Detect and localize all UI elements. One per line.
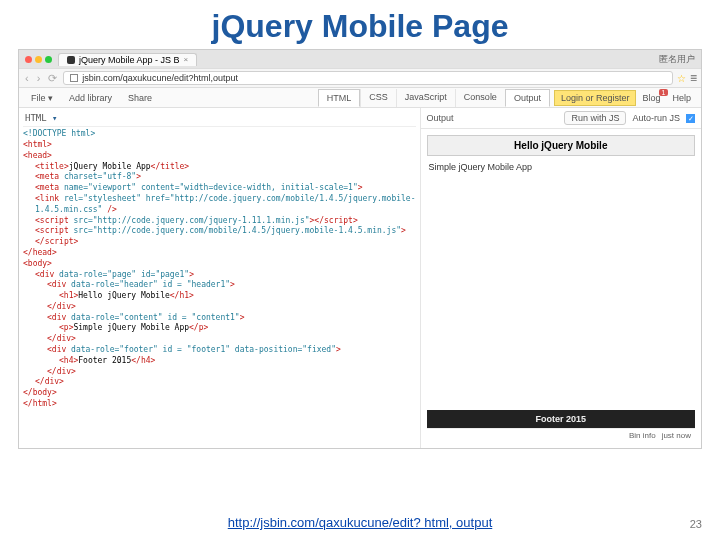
tab-js[interactable]: JavaScript (396, 89, 455, 107)
code-content[interactable]: <!DOCTYPE html><html><head><title>jQuery… (23, 129, 416, 410)
url-input[interactable]: jsbin.com/qaxukucune/edit?html,output (63, 71, 673, 85)
bin-info-link[interactable]: Bin info (629, 431, 656, 440)
jsbin-app: File ▾ Add library Share HTML CSS JavaSc… (19, 88, 701, 448)
chrome-profile-label[interactable]: 匿名用户 (659, 53, 701, 66)
blog-label: Blog (642, 93, 660, 103)
nav-back-icon[interactable]: ‹ (23, 72, 31, 84)
chrome-menu-icon[interactable]: ≡ (690, 71, 697, 85)
blog-badge: 1 (659, 89, 669, 96)
tab-html[interactable]: HTML (318, 89, 361, 107)
tab-console[interactable]: Console (455, 89, 505, 107)
help-link[interactable]: Help (666, 93, 697, 103)
preview-footer: Footer 2015 (427, 410, 695, 428)
html-editor[interactable]: HTML ▾ <!DOCTYPE html><html><head><title… (19, 108, 421, 448)
slide-title: jQuery Mobile Page (0, 0, 720, 49)
auto-run-checkbox[interactable]: ✓ (686, 114, 695, 123)
preview-body-text: Simple jQuery Mobile App (427, 156, 695, 178)
jsbin-toolbar: File ▾ Add library Share HTML CSS JavaSc… (19, 88, 701, 108)
browser-url-bar: ‹ › ⟳ jsbin.com/qaxukucune/edit?html,out… (19, 68, 701, 88)
preview-header: Hello jQuery Mobile (427, 135, 695, 156)
browser-tab[interactable]: jQuery Mobile App - JS B × (58, 53, 197, 66)
add-library-button[interactable]: Add library (61, 93, 120, 103)
bin-timestamp: just now (662, 431, 691, 440)
chevron-down-icon[interactable]: ▾ (52, 113, 57, 123)
browser-tabbar: jQuery Mobile App - JS B × 匿名用户 (19, 50, 701, 68)
nav-reload-icon[interactable]: ⟳ (46, 72, 59, 85)
file-menu[interactable]: File ▾ (23, 93, 61, 103)
preview-frame: Hello jQuery Mobile Simple jQuery Mobile… (421, 129, 701, 448)
output-label: Output (427, 113, 454, 123)
share-button[interactable]: Share (120, 93, 160, 103)
browser-window: jQuery Mobile App - JS B × 匿名用户 ‹ › ⟳ js… (18, 49, 702, 449)
jsbin-panels: HTML ▾ <!DOCTYPE html><html><head><title… (19, 108, 701, 448)
tab-output[interactable]: Output (505, 89, 550, 107)
login-button[interactable]: Login or Register (554, 90, 637, 106)
tab-css[interactable]: CSS (360, 89, 396, 107)
run-js-button[interactable]: Run with JS (564, 111, 626, 125)
nav-forward-icon[interactable]: › (35, 72, 43, 84)
auto-run-label: Auto-run JS (632, 113, 680, 123)
bookmark-star-icon[interactable]: ☆ (677, 73, 686, 84)
tab-title: jQuery Mobile App - JS B (79, 55, 180, 65)
panel-label: HTML (25, 113, 47, 123)
slide-link[interactable]: http://jsbin.com/qaxukucune/edit? html, … (0, 515, 720, 530)
close-window-icon[interactable] (25, 56, 32, 63)
blog-link[interactable]: Blog 1 (636, 93, 666, 103)
favicon-icon (67, 56, 75, 64)
slide-number: 23 (690, 518, 702, 530)
maximize-window-icon[interactable] (45, 56, 52, 63)
close-tab-icon[interactable]: × (184, 55, 189, 64)
page-icon (70, 74, 78, 82)
output-panel: Output Run with JS Auto-run JS ✓ Hello j… (421, 108, 701, 448)
minimize-window-icon[interactable] (35, 56, 42, 63)
url-text: jsbin.com/qaxukucune/edit?html,output (82, 73, 238, 83)
